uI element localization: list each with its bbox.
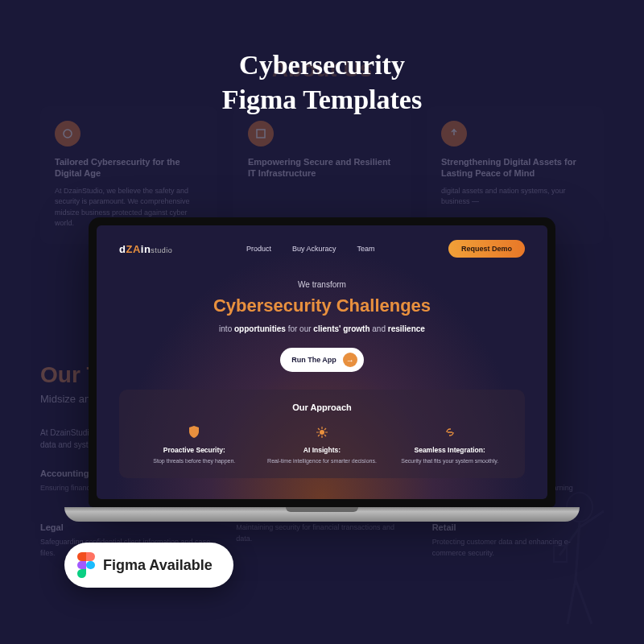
hero-title: Cybersecurity Challenges <box>119 295 525 316</box>
approach-item-integration: Seamless Integration: Security that fits… <box>390 423 509 465</box>
nav-link-product[interactable]: Product <box>246 245 271 253</box>
approach-item-security: Proactive Security: Stop threats before … <box>135 423 254 465</box>
industry-text: Maintaining security for financial trans… <box>236 522 407 544</box>
card-title: Tailored Cybersecurity for the Digital A… <box>55 156 203 180</box>
approach-item-text: Stop threats before they happen. <box>135 457 254 465</box>
approach-item-title: Proactive Security: <box>135 446 254 454</box>
figma-icon <box>77 552 95 578</box>
hero-pretitle: We transform <box>119 280 525 289</box>
touch-icon <box>441 121 467 147</box>
industry-title: Legal <box>40 522 212 532</box>
nav-link-buy[interactable]: Buy Ackuracy <box>292 245 336 253</box>
link-icon <box>441 423 459 441</box>
laptop-mockup: dZAinstudio Product Buy Ackuracy Team Re… <box>89 217 555 522</box>
approach-item-text: Real-time intelligence for smarter decis… <box>263 457 382 465</box>
arrow-right-icon: → <box>343 353 357 367</box>
card-title: Strengthening Digital Assets for Lasting… <box>441 156 589 180</box>
svg-point-0 <box>64 130 72 138</box>
run-label: Run The App <box>291 356 336 364</box>
card-text: digital assets and nation systems, your … <box>441 186 589 208</box>
lock-icon <box>55 121 80 147</box>
ai-spark-icon <box>313 423 331 441</box>
hero-subtitle: into opportunities for our clients' grow… <box>119 324 525 333</box>
card-title: Empowering Secure and Resilient IT Infra… <box>248 156 396 180</box>
laptop-base <box>64 507 580 522</box>
laptop-screen: dZAinstudio Product Buy Ackuracy Team Re… <box>89 217 555 507</box>
logo-sub: studio <box>151 246 172 254</box>
approach-panel: Our Approach Proactive Security: Stop th… <box>119 390 525 478</box>
hero-section: We transform Cybersecurity Challenges in… <box>119 280 525 372</box>
logo[interactable]: dZAinstudio <box>119 243 172 255</box>
svg-point-4 <box>320 430 324 435</box>
approach-item-title: AI Insights: <box>263 446 382 454</box>
logo-brand: dZAin <box>119 243 151 255</box>
navbar: dZAinstudio Product Buy Ackuracy Team Re… <box>119 240 525 258</box>
approach-title: Our Approach <box>135 402 509 412</box>
approach-item-ai: AI Insights: Real-time intelligence for … <box>263 423 382 465</box>
network-icon <box>248 121 274 147</box>
laptop-notch <box>286 507 358 512</box>
figma-available-badge[interactable]: Figma Available <box>64 543 233 588</box>
nav-link-team[interactable]: Team <box>357 245 374 253</box>
approach-item-title: Seamless Integration: <box>390 446 509 454</box>
approach-item-text: Security that fits your system smoothly. <box>390 457 509 465</box>
badge-label: Figma Available <box>103 557 213 574</box>
title-line-2: Figma Templates <box>222 85 422 114</box>
industry-item: Maintaining security for financial trans… <box>236 522 407 559</box>
run-the-app-button[interactable]: Run The App → <box>280 348 364 372</box>
website-preview: dZAinstudio Product Buy Ackuracy Team Re… <box>97 225 547 499</box>
request-demo-button[interactable]: Request Demo <box>448 240 525 258</box>
shield-icon <box>185 423 203 441</box>
page-title: Cybersecurity Figma Templates <box>0 48 644 117</box>
nav-links: Product Buy Ackuracy Team <box>246 245 375 253</box>
svg-rect-1 <box>257 130 265 138</box>
title-line-1: Cybersecurity <box>239 50 405 80</box>
approach-row: Proactive Security: Stop threats before … <box>135 423 509 465</box>
